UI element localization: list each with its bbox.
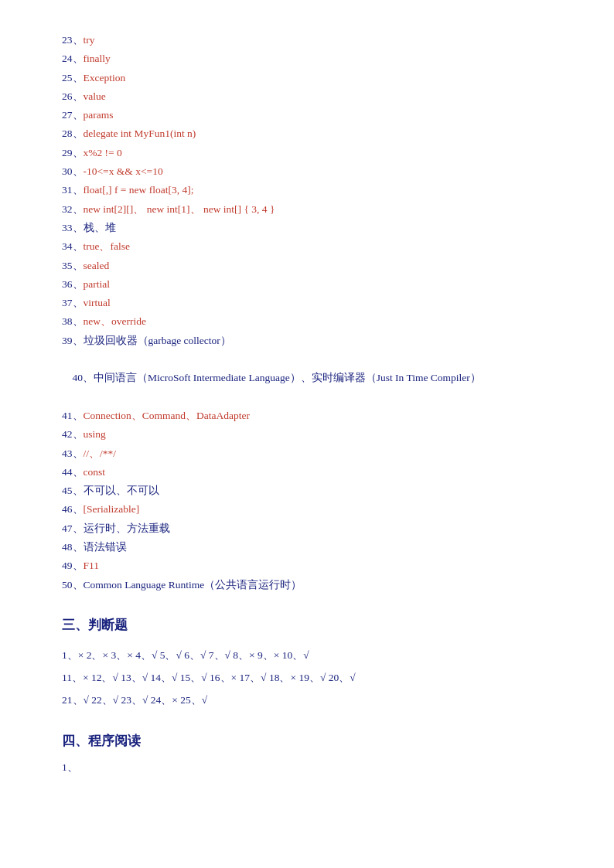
list-item-47: 47、运行时、方法重载	[62, 519, 552, 538]
list-item-40: 40、中间语言（MicroSoft Intermediate Language）…	[62, 350, 552, 407]
item-content-39: 垃圾回收器（garbage collector）	[84, 335, 231, 346]
item-content-33: 栈、堆	[84, 222, 116, 233]
judge-row-2: 11、× 12、√ 13、√ 14、√ 15、√ 16、× 17、√ 18、× …	[62, 667, 552, 688]
item-num-40: 40、	[73, 372, 94, 383]
item-content-36: partial	[84, 278, 110, 290]
item-content-28: delegate int MyFun1(int n)	[84, 128, 196, 139]
list-item-46: 46、[Serializable]	[62, 500, 552, 519]
item-num-48: 48、	[62, 541, 84, 553]
item-content-46: [Serializable]	[84, 503, 140, 515]
list-item-35: 35、sealed	[62, 257, 552, 275]
item-num-30: 30、	[62, 165, 84, 177]
list-item-42: 42、using	[62, 425, 552, 444]
item-num-39: 39、	[62, 335, 84, 346]
item-num-44: 44、	[62, 466, 84, 478]
list-item-41: 41、Connection、Command、DataAdapter	[62, 407, 552, 425]
list-item-26: 26、value	[62, 87, 552, 106]
item-content-44: const	[84, 466, 106, 478]
item-num-50: 50、	[62, 579, 84, 591]
list-item-28: 28、delegate int MyFun1(int n)	[62, 124, 552, 143]
item-num-37: 37、	[62, 297, 84, 308]
item-num-33: 33、	[62, 222, 84, 233]
item-num-25: 25、	[62, 72, 84, 83]
list-item-44: 44、const	[62, 463, 552, 482]
item-num-29: 29、	[62, 147, 84, 158]
judge-section: 1、× 2、× 3、× 4、√ 5、√ 6、√ 7、√ 8、× 9、× 10、√…	[62, 645, 552, 710]
item-num-34: 34、	[62, 240, 84, 252]
numbered-list-section2: 23、try 24、finally 25、Exception 26、value …	[62, 31, 552, 594]
list-item-49: 49、F11	[62, 557, 552, 575]
item-content-35: sealed	[84, 260, 110, 271]
item-num-42: 42、	[62, 428, 84, 440]
list-item-27: 27、params	[62, 106, 552, 124]
item-content-38: new、override	[84, 315, 146, 327]
item-content-30: -10<=x && x<=10	[84, 165, 163, 177]
item-num-27: 27、	[62, 109, 84, 121]
list-item-24: 24、finally	[62, 49, 552, 68]
list-item-31: 31、float[,] f = new float[3, 4];	[62, 181, 552, 199]
item-num-49: 49、	[62, 560, 84, 571]
item-num-26: 26、	[62, 90, 84, 102]
list-item-30: 30、-10<=x && x<=10	[62, 162, 552, 181]
item-content-43: //、/**/	[84, 448, 117, 459]
item-content-49: F11	[84, 560, 100, 571]
item-num-23: 23、	[62, 34, 84, 46]
item-content-37: virtual	[84, 297, 111, 308]
list-item-48: 48、语法错误	[62, 538, 552, 557]
list-item-34: 34、true、false	[62, 237, 552, 256]
list-item-39: 39、垃圾回收器（garbage collector）	[62, 332, 552, 350]
list-item-36: 36、partial	[62, 275, 552, 294]
list-item-37: 37、virtual	[62, 294, 552, 312]
item-num-36: 36、	[62, 278, 84, 290]
item-num-41: 41、	[62, 410, 84, 421]
item-num-45: 45、	[62, 485, 84, 496]
item-num-32: 32、	[62, 203, 84, 215]
item-content-47: 运行时、方法重载	[84, 523, 170, 534]
list-item-45: 45、不可以、不可以	[62, 482, 552, 500]
section4-title: 四、程序阅读	[62, 732, 552, 750]
item-content-41: Connection、Command、DataAdapter	[84, 410, 250, 421]
item-content-23: try	[84, 34, 95, 46]
item-num-35: 35、	[62, 260, 84, 271]
item-num-46: 46、	[62, 503, 84, 515]
judge-row-3: 21、√ 22、√ 23、√ 24、× 25、√	[62, 689, 552, 710]
list-item-25: 25、Exception	[62, 69, 552, 87]
item-num-43: 43、	[62, 448, 84, 459]
item-num-24: 24、	[62, 53, 84, 64]
judge-row-1: 1、× 2、× 3、× 4、√ 5、√ 6、√ 7、√ 8、× 9、× 10、√	[62, 645, 552, 665]
item-content-31: float[,] f = new float[3, 4];	[84, 184, 194, 196]
item-content-26: value	[84, 90, 106, 102]
list-item-23: 23、try	[62, 31, 552, 49]
item-num-31: 31、	[62, 184, 84, 196]
item-num-28: 28、	[62, 128, 84, 139]
item-content-40: 中间语言（MicroSoft Intermediate Language）、实时…	[94, 372, 481, 383]
item-content-27: params	[84, 109, 114, 121]
section4-item-1: 1、	[62, 761, 552, 774]
item-content-50: Common Language Runtime（公共语言运行时）	[84, 579, 302, 591]
list-item-29: 29、x%2 != 0	[62, 144, 552, 162]
list-item-33: 33、栈、堆	[62, 219, 552, 237]
item-content-42: using	[84, 428, 106, 440]
section4-item-1-num: 1、	[62, 761, 78, 773]
section3-title: 三、判断题	[62, 616, 552, 634]
item-content-29: x%2 != 0	[84, 147, 122, 158]
item-content-32: new int[2][]、 new int[1]、 new int[] { 3,…	[84, 203, 275, 215]
item-content-48: 语法错误	[84, 541, 127, 553]
item-content-24: finally	[84, 53, 111, 64]
item-content-34: true、false	[84, 240, 130, 252]
list-item-32: 32、new int[2][]、 new int[1]、 new int[] {…	[62, 200, 552, 219]
item-content-25: Exception	[84, 72, 126, 83]
item-num-38: 38、	[62, 315, 84, 327]
item-num-47: 47、	[62, 523, 84, 534]
list-item-50: 50、Common Language Runtime（公共语言运行时）	[62, 576, 552, 594]
item-content-45: 不可以、不可以	[84, 485, 159, 496]
list-item-43: 43、//、/**/	[62, 444, 552, 463]
list-item-38: 38、new、override	[62, 312, 552, 331]
